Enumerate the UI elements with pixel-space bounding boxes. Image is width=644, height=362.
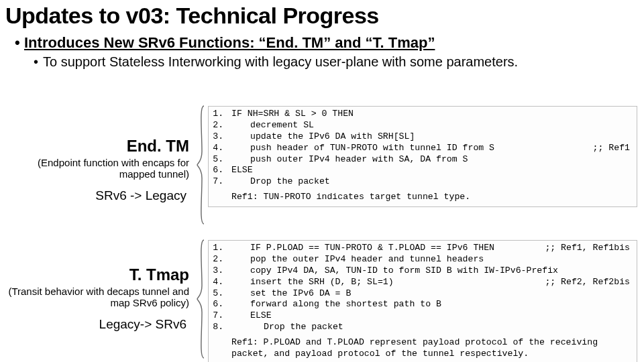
endtm-direction: SRv6 -> Legacy	[0, 188, 195, 203]
code-line: set the IPv6 DA = B	[229, 288, 631, 300]
bullet-level2: To support Stateless Interworking with l…	[34, 54, 637, 70]
code-line: Drop the packet	[229, 176, 631, 188]
code-ref: Ref1: P.PLOAD and T.PLOAD represent payl…	[214, 337, 631, 360]
code-line: push header of TUN-PROTO with tunnel ID …	[229, 143, 631, 154]
bullet-list: Introduces New SRv6 Functions: “End. TM”…	[0, 30, 644, 70]
ttmap-label-col: T. Tmap (Transit behavior with decaps tu…	[0, 240, 195, 332]
ttmap-desc: (Transit behavior with decaps tunnel and…	[0, 286, 195, 309]
code-line: pop the outer IPv4 header and tunnel hea…	[229, 254, 631, 265]
ttmap-direction: Legacy-> SRv6	[0, 317, 195, 332]
code-line: insert the SRH (D, B; SL=1);; Ref2, Ref2…	[229, 277, 631, 288]
slide-title: Updates to v03: Technical Progress	[0, 0, 644, 30]
endtm-desc: (Endpoint function with encaps for mappe…	[0, 157, 195, 180]
brace-icon	[196, 239, 205, 359]
code-line: decrement SL	[229, 120, 631, 131]
code-ref: Ref1: TUN-PROTO indicates target tunnel …	[214, 192, 631, 203]
endtm-code: IF NH=SRH & SL > 0 THEN decrement SL upd…	[208, 106, 637, 207]
bullet-level1: Introduces New SRv6 Functions: “End. TM”…	[15, 34, 637, 52]
code-line: IF NH=SRH & SL > 0 THEN	[229, 109, 631, 120]
code-line: forward along the shortest path to B	[229, 299, 631, 310]
code-line: ELSE	[229, 165, 631, 176]
ttmap-name: T. Tmap	[0, 265, 195, 284]
code-line: ELSE	[229, 310, 631, 322]
code-line: push outer IPv4 header with SA, DA from …	[229, 154, 631, 166]
code-line: IF P.PLOAD == TUN-PROTO & T.PLOAD == IPv…	[229, 243, 631, 254]
endtm-name: End. TM	[0, 137, 195, 156]
code-line: copy IPv4 DA, SA, TUN-ID to form SID B w…	[229, 265, 631, 277]
endtm-label-col: End. TM (Endpoint function with encaps f…	[0, 106, 195, 203]
code-line: update the IPv6 DA with SRH[SL]	[229, 131, 631, 143]
ttmap-code: IF P.PLOAD == TUN-PROTO & T.PLOAD == IPv…	[208, 240, 637, 362]
code-line: Drop the packet	[229, 322, 631, 333]
brace-icon	[196, 105, 205, 225]
